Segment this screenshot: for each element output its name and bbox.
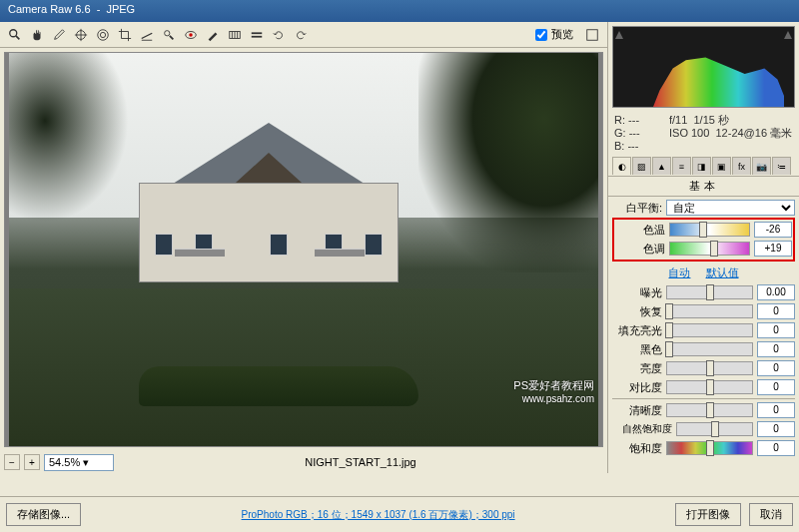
cancel-button[interactable]: 取消	[749, 503, 793, 526]
fill-slider[interactable]	[666, 323, 753, 337]
open-button[interactable]: 打开图像	[675, 503, 741, 526]
shadow-clip-icon[interactable]	[615, 29, 623, 37]
rotate-cw-icon[interactable]	[292, 26, 310, 44]
svg-line-1	[16, 35, 20, 39]
blacks-slider[interactable]	[666, 342, 753, 356]
gradient-filter-icon[interactable]	[226, 26, 244, 44]
svg-rect-16	[252, 32, 263, 34]
zoom-bar: − + 54.5% ▾ NIGHT_START_11.jpg	[0, 451, 607, 473]
prefs-icon[interactable]	[248, 26, 266, 44]
brightness-slider[interactable]	[666, 361, 753, 375]
spot-removal-icon[interactable]	[160, 26, 178, 44]
hand-tool-icon[interactable]	[28, 26, 46, 44]
watermark: PS爱好者教程网 www.psahz.com	[513, 378, 594, 404]
svg-point-11	[189, 33, 193, 37]
svg-point-0	[10, 29, 17, 36]
image-viewport[interactable]: PS爱好者教程网 www.psahz.com	[4, 52, 603, 447]
preview-toggle[interactable]: 预览	[535, 26, 601, 44]
preview-checkbox[interactable]	[535, 29, 547, 41]
highlight-clip-icon[interactable]	[784, 29, 792, 37]
exif-readout: R: --- G: --- B: --- f/11 1/15 秒 ISO 100…	[608, 112, 799, 155]
zoom-in-icon[interactable]: +	[24, 454, 40, 470]
vibrance-slider[interactable]	[676, 422, 753, 436]
preview-image	[9, 53, 598, 446]
tab-detail[interactable]: ▲	[652, 157, 671, 175]
zoom-select[interactable]: 54.5% ▾	[44, 454, 114, 471]
tint-label: 色调	[615, 242, 665, 257]
titlebar: Camera Raw 6.6 - JPEG	[0, 0, 799, 22]
svg-point-9	[165, 30, 170, 35]
svg-point-6	[98, 29, 109, 40]
crop-tool-icon[interactable]	[116, 26, 134, 44]
app-title: Camera Raw 6.6	[8, 3, 91, 19]
zoom-out-icon[interactable]: −	[4, 454, 20, 470]
targeted-adjust-icon[interactable]	[94, 26, 112, 44]
temp-slider[interactable]	[669, 223, 750, 237]
tab-calib[interactable]: 📷	[752, 157, 771, 175]
default-link[interactable]: 默认值	[706, 266, 739, 278]
tab-split[interactable]: ◨	[692, 157, 711, 175]
auto-default-links: 自动 默认值	[612, 263, 795, 283]
redeye-tool-icon[interactable]	[182, 26, 200, 44]
workflow-options[interactable]: ProPhoto RGB；16 位；1549 x 1037 (1.6 百万像素)…	[89, 508, 667, 522]
wb-eyedropper-icon[interactable]	[50, 26, 68, 44]
straighten-tool-icon[interactable]	[138, 26, 156, 44]
histogram[interactable]	[612, 26, 795, 108]
svg-point-5	[100, 32, 105, 37]
save-button[interactable]: 存储图像...	[6, 503, 81, 526]
contrast-slider[interactable]	[666, 380, 753, 394]
tab-curve[interactable]: ▨	[632, 157, 651, 175]
filename-label: NIGHT_START_11.jpg	[118, 456, 603, 468]
exposure-slider[interactable]	[666, 285, 753, 299]
format-title: JPEG	[106, 3, 135, 19]
svg-line-7	[142, 33, 153, 38]
fullscreen-icon[interactable]	[583, 26, 601, 44]
tab-hsl[interactable]: ≡	[672, 157, 691, 175]
clarity-slider[interactable]	[666, 403, 753, 417]
bottom-bar: 存储图像... ProPhoto RGB；16 位；1549 x 1037 (1…	[0, 496, 799, 532]
temp-label: 色温	[615, 223, 665, 238]
wb-select[interactable]: 自定	[666, 200, 795, 216]
rotate-ccw-icon[interactable]	[270, 26, 288, 44]
recovery-slider[interactable]	[666, 304, 753, 318]
saturation-slider[interactable]	[666, 441, 753, 455]
tab-fx[interactable]: fx	[732, 157, 751, 175]
toolbar: 预览	[0, 22, 607, 48]
tab-presets[interactable]: ≔	[772, 157, 791, 175]
tint-slider[interactable]	[669, 242, 750, 256]
svg-rect-18	[587, 29, 598, 40]
panel-tabs: ◐ ▨ ▲ ≡ ◨ ▣ fx 📷 ≔	[608, 157, 799, 177]
panel-title: 基本	[608, 177, 799, 197]
auto-link[interactable]: 自动	[668, 266, 690, 278]
color-sampler-icon[interactable]	[72, 26, 90, 44]
wb-label: 白平衡:	[612, 201, 662, 216]
adjustment-brush-icon[interactable]	[204, 26, 222, 44]
tab-basic[interactable]: ◐	[612, 157, 631, 175]
preview-label: 预览	[551, 27, 573, 42]
svg-rect-17	[252, 35, 263, 37]
highlighted-wb-group: 色温 -26 色调 +19	[612, 218, 795, 262]
zoom-tool-icon[interactable]	[6, 26, 24, 44]
temp-value[interactable]: -26	[754, 222, 792, 238]
tab-lens[interactable]: ▣	[712, 157, 731, 175]
tint-value[interactable]: +19	[754, 241, 792, 257]
